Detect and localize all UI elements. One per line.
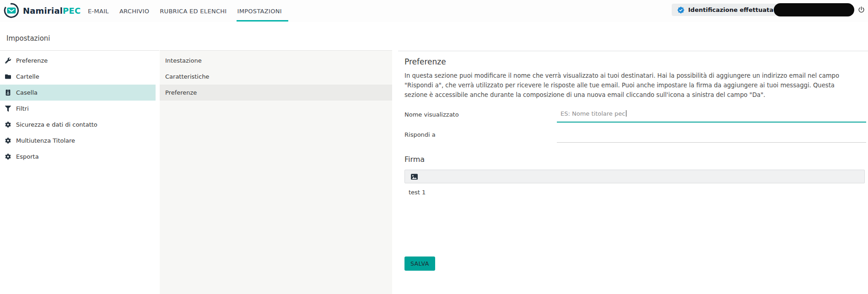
nav-archivio[interactable]: ARCHIVIO	[119, 0, 149, 22]
sidebar-item-preferenze[interactable]: Preferenze	[0, 53, 156, 69]
insert-image-icon[interactable]	[410, 173, 418, 181]
gear-icon	[5, 138, 11, 144]
id-badge-icon	[5, 90, 11, 96]
signature-content: test 1	[409, 189, 426, 196]
nav-impostazioni[interactable]: IMPOSTAZIONI	[237, 0, 282, 22]
display-name-row: Nome visualizzato ES: Nome titolare pec	[404, 110, 868, 123]
nav-email[interactable]: E-MAIL	[88, 0, 109, 22]
identification-status-label: Identificazione effettuata	[688, 6, 773, 13]
signature-editor[interactable]: test 1	[404, 183, 865, 250]
panel-heading: Preferenze	[404, 57, 868, 66]
brand-suffix: PEC	[63, 6, 81, 16]
brand-logo[interactable]: NamirialPEC	[4, 3, 81, 18]
sidebar-item-casella[interactable]: Casella	[0, 85, 156, 101]
identification-status-badge: Identificazione effettuata	[672, 4, 778, 16]
panel-description: In questa sezione puoi modificare il nom…	[404, 71, 852, 100]
sidebar-item-label: Esporta	[16, 153, 39, 160]
submenu-item-label: Intestazione	[165, 57, 202, 64]
folder-icon	[5, 74, 11, 80]
display-name-label: Nome visualizzato	[404, 110, 557, 123]
sidebar-item-label: Sicurezza e dati di contatto	[16, 121, 97, 128]
submenu-item-label: Preferenze	[165, 89, 197, 96]
redacted-account-name	[774, 3, 854, 16]
top-app-bar: NamirialPEC E-MAIL ARCHIVIO RUBRICA ED E…	[0, 0, 868, 22]
submenu-item-intestazione[interactable]: Intestazione	[160, 53, 392, 69]
signature-heading: Firma	[404, 155, 868, 164]
sidebar-item-label: Preferenze	[16, 57, 48, 64]
nav-rubrica-ed-elenchi[interactable]: RUBRICA ED ELENCHI	[160, 0, 226, 22]
submenu-item-label: Caratteristiche	[165, 73, 209, 80]
filter-icon	[5, 106, 11, 112]
sidebar-item-label: Casella	[16, 89, 38, 96]
sidebar-item-multiutenza[interactable]: Multiutenza Titolare	[0, 133, 156, 149]
sidebar-item-cartelle[interactable]: Cartelle	[0, 69, 156, 85]
brand-name: NamirialPEC	[23, 6, 81, 16]
page-header: Impostazioni	[0, 22, 868, 50]
gear-icon	[5, 154, 11, 160]
sidebar-item-label: Cartelle	[16, 73, 39, 80]
preferences-panel: Preferenze In questa sezione puoi modifi…	[398, 51, 868, 294]
submenu-item-preferenze[interactable]: Preferenze	[160, 85, 392, 101]
sidebar-item-sicurezza[interactable]: Sicurezza e dati di contatto	[0, 117, 156, 133]
gear-icon	[5, 122, 11, 128]
sidebar-item-esporta[interactable]: Esporta	[0, 149, 156, 165]
reply-to-row: Rispondi a	[404, 130, 868, 143]
text-cursor	[626, 110, 626, 117]
main-nav: E-MAIL ARCHIVIO RUBRICA ED ELENCHI IMPOS…	[88, 0, 292, 22]
reply-to-input[interactable]	[557, 130, 866, 143]
verified-badge-icon	[677, 6, 685, 14]
reply-to-label: Rispondi a	[404, 130, 557, 143]
sidebar-item-label: Filtri	[16, 105, 29, 112]
wrench-icon	[5, 58, 11, 64]
power-logout-icon[interactable]	[857, 6, 865, 14]
save-button[interactable]: SALVA	[404, 257, 435, 271]
page-title: Impostazioni	[6, 34, 50, 43]
sidebar-item-filtri[interactable]: Filtri	[0, 101, 156, 117]
signature-editor-toolbar	[404, 170, 865, 183]
namirialpec-envelope-logo-icon	[4, 3, 19, 18]
sidebar-item-label: Multiutenza Titolare	[16, 137, 75, 144]
casella-submenu: Intestazione Caratteristiche Preferenze	[160, 50, 392, 294]
settings-sidebar: Preferenze Cartelle Casella Filtri Sicur…	[0, 50, 159, 294]
input-placeholder: ES: Nome titolare pec	[561, 110, 625, 117]
submenu-item-caratteristiche[interactable]: Caratteristiche	[160, 69, 392, 85]
preferences-form: Nome visualizzato ES: Nome titolare pec …	[404, 110, 868, 143]
display-name-input[interactable]: ES: Nome titolare pec	[557, 110, 866, 123]
